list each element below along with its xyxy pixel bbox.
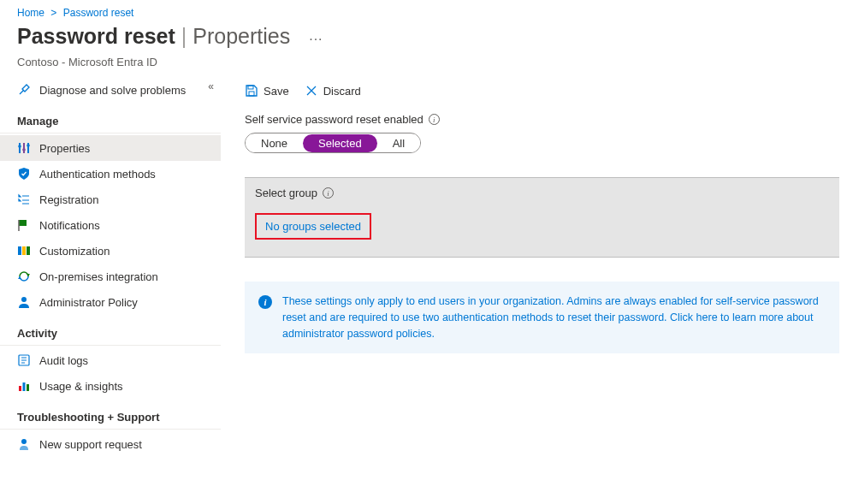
sidebar-item-customization[interactable]: Customization xyxy=(0,238,221,264)
sidebar-item-usage[interactable]: Usage & insights xyxy=(0,373,221,399)
sidebar-item-auth-methods[interactable]: Authentication methods xyxy=(0,161,221,187)
page-title: Password reset xyxy=(17,24,175,48)
select-group-block: Select group i No groups selected xyxy=(245,177,839,258)
close-icon xyxy=(305,84,318,98)
svg-point-4 xyxy=(22,148,26,151)
discard-label: Discard xyxy=(323,85,361,98)
logs-icon xyxy=(17,353,31,367)
shield-icon xyxy=(17,167,31,181)
breadcrumb-current[interactable]: Password reset xyxy=(63,7,134,19)
title-separator: | xyxy=(181,24,187,48)
tools-icon xyxy=(17,83,31,97)
seg-opt-selected[interactable]: Selected xyxy=(303,134,377,152)
sliders-icon xyxy=(17,141,31,155)
no-groups-highlight: No groups selected xyxy=(255,213,371,240)
svg-rect-21 xyxy=(249,92,254,96)
sidebar-section-troubleshoot: Troubleshooting + Support xyxy=(0,399,221,430)
svg-point-19 xyxy=(21,439,27,444)
sidebar-section-manage: Manage xyxy=(0,103,221,133)
save-icon xyxy=(245,84,258,98)
sidebar-item-label: Audit logs xyxy=(39,354,88,367)
save-button[interactable]: Save xyxy=(245,84,289,98)
sidebar-item-label: On-premises integration xyxy=(39,270,158,283)
breadcrumb-home[interactable]: Home xyxy=(17,7,44,19)
palette-icon xyxy=(17,244,31,258)
sspr-label: Self service password reset enabled xyxy=(245,113,424,126)
seg-opt-none[interactable]: None xyxy=(246,134,303,152)
breadcrumb-separator: > xyxy=(50,7,56,19)
svg-rect-8 xyxy=(18,246,21,255)
page-subtitle: Properties xyxy=(193,24,290,48)
sidebar-item-label: Authentication methods xyxy=(39,168,156,181)
support-icon xyxy=(17,437,31,451)
sidebar-item-support[interactable]: New support request xyxy=(0,431,221,457)
select-group-label-row: Select group i xyxy=(255,187,829,199)
sidebar: « Diagnose and solve problems Manage Pro… xyxy=(0,77,221,474)
sidebar-section-activity: Activity xyxy=(0,315,221,346)
svg-rect-17 xyxy=(23,382,26,391)
info-icon[interactable]: i xyxy=(323,187,334,199)
svg-rect-6 xyxy=(19,220,27,226)
breadcrumb: Home > Password reset xyxy=(0,0,853,22)
sidebar-item-onprem[interactable]: On-premises integration xyxy=(0,264,221,289)
svg-rect-18 xyxy=(27,384,29,391)
sidebar-item-label: Diagnose and solve problems xyxy=(39,84,186,97)
sidebar-item-properties[interactable]: Properties xyxy=(0,135,221,161)
info-icon[interactable]: i xyxy=(429,114,440,125)
bar-chart-icon xyxy=(17,379,31,393)
sidebar-item-audit-logs[interactable]: Audit logs xyxy=(0,347,221,373)
svg-rect-10 xyxy=(27,246,30,255)
more-actions-button[interactable]: ··· xyxy=(309,32,323,47)
notice-text[interactable]: These settings only apply to end users i… xyxy=(282,294,826,341)
sidebar-item-label: Properties xyxy=(39,142,90,155)
svg-rect-9 xyxy=(22,246,26,255)
sspr-label-row: Self service password reset enabled i xyxy=(245,113,839,126)
sidebar-item-label: Customization xyxy=(39,245,110,258)
svg-point-3 xyxy=(18,145,21,148)
sspr-segmented-control: None Selected All xyxy=(245,133,421,153)
sidebar-item-label: Usage & insights xyxy=(39,380,123,393)
flag-icon xyxy=(17,218,31,232)
info-notice: i These settings only apply to end users… xyxy=(245,282,839,353)
sidebar-item-label: Administrator Policy xyxy=(39,296,138,309)
select-group-label: Select group xyxy=(255,187,317,199)
sidebar-item-label: New support request xyxy=(39,438,142,451)
sidebar-item-label: Notifications xyxy=(39,219,100,232)
no-groups-link[interactable]: No groups selected xyxy=(265,220,361,233)
info-filled-icon: i xyxy=(258,295,272,309)
sync-icon xyxy=(17,270,31,283)
checklist-icon xyxy=(17,193,31,206)
sidebar-item-diagnose[interactable]: Diagnose and solve problems xyxy=(0,77,221,103)
main-content: Save Discard Self service password reset… xyxy=(221,77,853,474)
discard-button[interactable]: Discard xyxy=(305,84,361,98)
admin-icon xyxy=(17,295,31,309)
toolbar: Save Discard xyxy=(245,77,839,113)
svg-rect-16 xyxy=(19,386,21,391)
svg-point-5 xyxy=(27,144,30,147)
seg-opt-all[interactable]: All xyxy=(377,134,420,152)
sidebar-item-admin-policy[interactable]: Administrator Policy xyxy=(0,289,221,315)
page-header: Password reset | Properties ··· xyxy=(0,22,853,56)
sidebar-item-notifications[interactable]: Notifications xyxy=(0,212,221,238)
save-label: Save xyxy=(264,85,289,98)
collapse-sidebar-button[interactable]: « xyxy=(208,80,214,92)
tenant-label: Contoso - Microsoft Entra ID xyxy=(0,56,853,77)
svg-point-11 xyxy=(21,297,27,302)
sidebar-item-registration[interactable]: Registration xyxy=(0,187,221,212)
sidebar-item-label: Registration xyxy=(39,193,98,206)
